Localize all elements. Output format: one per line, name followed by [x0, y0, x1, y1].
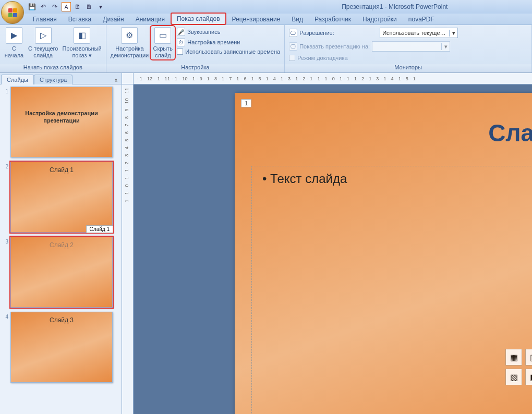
undo-icon[interactable]: ↶ [39, 2, 48, 11]
microphone-icon: 🎤 [177, 28, 185, 36]
qat-more-icon[interactable]: ▾ [96, 2, 105, 11]
thumbnail-list: 1 Настройка демонстрации презентации 2 С… [0, 84, 122, 414]
from-current-button[interactable]: ▷ С текущего слайда [26, 26, 60, 59]
quick-access-toolbar: 💾 ↶ ↷ A 🗎 🗎 ▾ [27, 2, 105, 11]
thumb-1[interactable]: Настройка демонстрации презентации [10, 87, 113, 157]
show-on-label: Показать презентацию на: [299, 43, 370, 50]
group-setup: ⚙ Настройка демонстрации ▭ Скрыть слайд … [106, 25, 285, 72]
thumb-2-title: Слайд 1 [11, 166, 112, 174]
hide-slide-icon: ▭ [154, 27, 171, 44]
thumb-num: 4 [1, 312, 8, 320]
qat-a-button[interactable]: A [62, 2, 71, 11]
slides-panel: Слайды Структура x 1 Настройка демонстра… [0, 73, 122, 414]
resolution-label: Разрешение: [299, 30, 378, 36]
group-setup-label: Настройка [106, 64, 285, 72]
ribbon: ▶ С начала ▷ С текущего слайда ◧ Произво… [0, 25, 532, 73]
slide-canvas[interactable]: 1 Слайд 2 Текст слайда ▦ ◫ ▤ ▧ ◩ ◎ [141, 93, 532, 414]
ruler-horizontal: · 1 · 12 · 1 · 11 · 1 · 10 · 1 · 9 · 1 ·… [134, 73, 532, 84]
slide-title-text[interactable]: Слайд 2 [488, 119, 532, 147]
use-recorded-checkbox[interactable]: Использовать записанные времена [177, 48, 280, 55]
ruler-corner [122, 73, 134, 84]
tab-novapdf[interactable]: novaPDF [403, 14, 440, 25]
thumb-2-tooltip: Слайд 1 [86, 225, 113, 233]
edit-area: · 1 · 12 · 1 · 11 · 1 · 10 · 1 · 9 · 1 ·… [122, 73, 532, 414]
insert-clipart-icon[interactable]: ◩ [525, 369, 532, 385]
from-beginning-l1: С [12, 45, 16, 52]
group-monitors-label: Мониторы [285, 64, 531, 72]
tab-slideshow[interactable]: Показ слайдов [171, 13, 226, 25]
workspace: Слайды Структура x 1 Настройка демонстра… [0, 73, 532, 414]
hide-l2: слайд [155, 52, 171, 58]
qat-b-button[interactable]: 🗎 [73, 2, 82, 11]
custom-show-icon: ◧ [74, 27, 90, 44]
record-sound-label: Звукозапись [187, 29, 220, 35]
thumb-num: 3 [1, 237, 8, 245]
setup-l1: Настройка [115, 45, 143, 52]
custom-show-button[interactable]: ◧ Произвольный показ ▾ [60, 26, 103, 59]
chevron-down-icon: ▾ [441, 43, 450, 50]
window-title: Презентация1 - Microsoft PowerPoint [342, 3, 448, 10]
show-on-dropdown: ▾ [372, 41, 450, 52]
record-sound-button[interactable]: 🎤 Звукозапись [177, 27, 280, 36]
tab-animation[interactable]: Анимация [130, 14, 171, 25]
tab-addins[interactable]: Надстройки [357, 14, 403, 25]
insert-table-icon[interactable]: ▦ [505, 349, 522, 366]
custom-show-l1: Произвольный [62, 45, 101, 52]
from-beginning-l2: начала [5, 52, 23, 58]
resolution-value: Использовать текуще… [380, 30, 449, 36]
thumb-3[interactable]: Слайд 2 [10, 237, 113, 308]
monitor2-icon: 🖵 [289, 42, 297, 51]
thumb-row-2[interactable]: 2 Слайд 1 Слайд 1 [1, 162, 120, 233]
presenter-label: Режим докладчика [297, 55, 347, 61]
panel-close-button[interactable]: x [113, 76, 119, 84]
insert-chart-icon[interactable]: ◫ [525, 349, 532, 366]
tab-outline-panel[interactable]: Структура [34, 75, 72, 84]
tab-slides-panel[interactable]: Слайды [1, 75, 34, 84]
tab-design[interactable]: Дизайн [97, 14, 129, 25]
ribbon-tabs: Главная Вставка Дизайн Анимация Показ сл… [0, 14, 532, 25]
thumb-4[interactable]: Слайд 3 [10, 312, 113, 383]
setup-show-button[interactable]: ⚙ Настройка демонстрации [108, 26, 151, 59]
checkbox-icon [177, 48, 183, 55]
tab-insert[interactable]: Вставка [63, 14, 98, 25]
tab-view[interactable]: Вид [286, 14, 309, 25]
thumb-4-title: Слайд 3 [11, 316, 112, 324]
setup-icon: ⚙ [121, 27, 138, 44]
chevron-down-icon: ▾ [449, 30, 457, 36]
hide-l1: Скрыть [153, 45, 173, 52]
custom-show-l2: показ ▾ [72, 52, 91, 58]
slide-body-text[interactable]: Текст слайда [262, 172, 532, 186]
thumb-3-title: Слайд 2 [11, 241, 112, 249]
rehearse-timings-button[interactable]: ⏱ Настройка времени [177, 38, 280, 47]
from-beginning-button[interactable]: ▶ С начала [2, 26, 26, 59]
hide-slide-button[interactable]: ▭ Скрыть слайд [151, 26, 175, 59]
from-current-l1: С текущего [28, 45, 58, 52]
office-button[interactable] [1, 1, 24, 24]
thumb-row-4[interactable]: 4 Слайд 3 [1, 312, 120, 383]
panel-tabs: Слайды Структура x [0, 73, 122, 84]
from-current-l2: слайда [33, 52, 53, 58]
tab-developer[interactable]: Разработчик [309, 14, 357, 25]
ruler-vertical: 1 · 1 · 0 · 1 · 1 · 2 · 3 · 4 · 5 · 6 · … [122, 84, 134, 414]
thumb-row-3[interactable]: 3 Слайд 2 [1, 237, 120, 308]
tab-home[interactable]: Главная [27, 14, 63, 25]
current-slide[interactable]: 1 Слайд 2 Текст слайда ▦ ◫ ▤ ▧ ◩ ◎ [235, 93, 532, 414]
title-bar: 💾 ↶ ↷ A 🗎 🗎 ▾ Презентация1 - Microsoft P… [0, 0, 532, 14]
save-icon[interactable]: 💾 [27, 2, 37, 11]
redo-icon[interactable]: ↷ [50, 2, 59, 11]
insert-picture-icon[interactable]: ▧ [505, 369, 522, 385]
tab-review[interactable]: Рецензирование [226, 14, 286, 25]
slide-body-placeholder[interactable]: Текст слайда ▦ ◫ ▤ ▧ ◩ ◎ [251, 166, 532, 414]
setup-l2: демонстрации [111, 52, 149, 58]
use-recorded-label: Использовать записанные времена [185, 48, 280, 55]
thumb-2[interactable]: Слайд 1 Слайд 1 [10, 162, 113, 233]
rehearse-label: Настройка времени [187, 39, 240, 45]
resolution-dropdown[interactable]: Использовать текуще… ▾ [380, 28, 458, 38]
thumb-row-1[interactable]: 1 Настройка демонстрации презентации [1, 87, 120, 157]
group-start-slideshow: ▶ С начала ▷ С текущего слайда ◧ Произво… [0, 25, 106, 72]
clock-icon: ⏱ [177, 38, 185, 46]
play-icon: ▶ [6, 27, 22, 44]
qat-c-button[interactable]: 🗎 [84, 2, 94, 11]
group-monitors: 🖵 Разрешение: Использовать текуще… ▾ 🖵 П… [285, 25, 532, 72]
checkbox-icon [289, 55, 295, 61]
